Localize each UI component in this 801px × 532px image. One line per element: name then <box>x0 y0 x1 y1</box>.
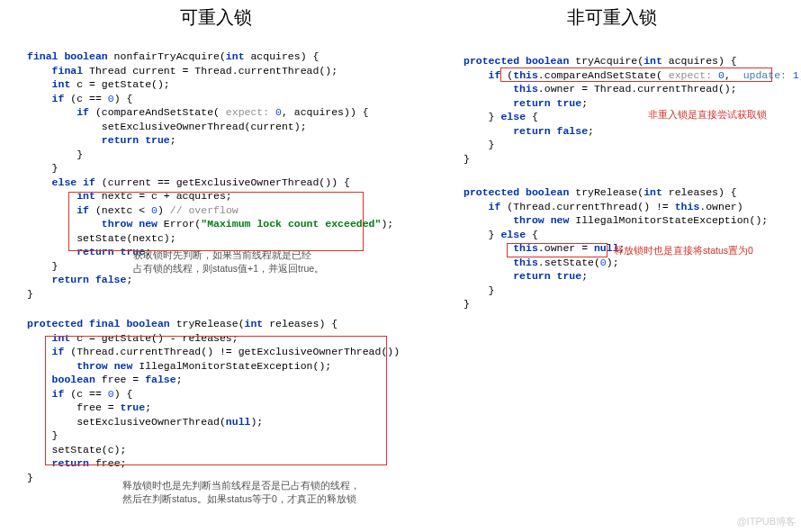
note-right-2: 释放锁时也是直接将status置为0 <box>614 244 753 257</box>
title-left: 可重入锁 <box>180 5 252 30</box>
left-code-block-2: protected final boolean tryRelease(int r… <box>27 317 423 484</box>
note-left-2: 释放锁时也是先判断当前线程是否是已占有锁的线程， 然后在判断status。如果s… <box>122 479 410 505</box>
right-column: protected boolean tryAcquire(int acquire… <box>464 54 788 311</box>
note-right-1: 非重入锁是直接尝试获取锁 <box>648 108 767 122</box>
watermark: @ITPUB博客 <box>736 515 796 528</box>
note-left-1: 获取锁时先判断，如果当前线程就是已经 占有锁的线程，则status值+1，并返回… <box>133 248 385 275</box>
title-right: 非可重入锁 <box>567 5 657 30</box>
